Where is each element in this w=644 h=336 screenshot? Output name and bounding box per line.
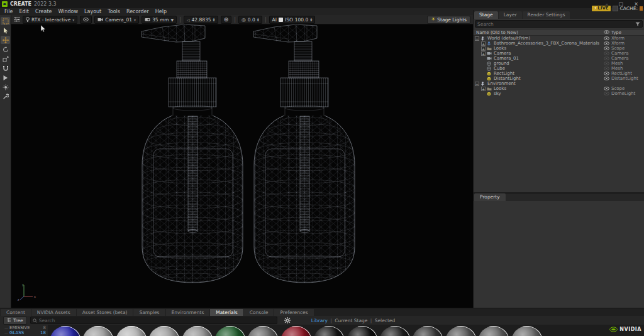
material-sphere[interactable]	[313, 326, 345, 336]
tab-nvidia-assets[interactable]: NVIDIA Assets	[31, 309, 76, 316]
settings-button[interactable]	[284, 317, 291, 323]
rotate-tool[interactable]	[1, 45, 10, 53]
material-sphere[interactable]	[478, 326, 509, 336]
move-tool[interactable]	[1, 36, 10, 44]
camera-selector[interactable]: Camera_01 ▾	[94, 16, 139, 24]
visibility-eye-icon[interactable]	[601, 36, 611, 40]
menu-create[interactable]: Create	[32, 9, 55, 14]
menu-file[interactable]: File	[1, 9, 16, 14]
material-sphere[interactable]	[247, 326, 279, 336]
ai-toggle-icon[interactable]	[279, 18, 283, 22]
visibility-eye-icon[interactable]	[601, 41, 611, 45]
stage-row[interactable]: −World (defaultPrim)Xform	[474, 36, 644, 41]
visibility-button[interactable]	[80, 16, 92, 24]
focus-picker-button[interactable]: ⊕	[221, 16, 232, 24]
renderer-selector[interactable]: RTX - Interactive ▾	[23, 16, 77, 24]
material-sphere[interactable]	[280, 326, 312, 336]
column-type[interactable]: Type	[611, 30, 644, 35]
visibility-eye-icon[interactable]	[601, 62, 611, 65]
tab-content[interactable]: Content	[1, 309, 31, 316]
stage-row[interactable]: +Bathroom_Accessories_3_FBX_Corona_Mater…	[474, 41, 644, 46]
snap-tool[interactable]	[1, 64, 10, 72]
tab-layer[interactable]: Layer	[499, 11, 522, 19]
expander-icon[interactable]: −	[475, 36, 479, 41]
cursor-tool[interactable]	[1, 26, 10, 35]
select-mode-tool[interactable]	[1, 17, 10, 25]
materials-search[interactable]	[30, 317, 277, 324]
tab-asset-stores-beta-[interactable]: Asset Stores (beta)	[77, 309, 133, 316]
stage-row[interactable]: CubeMesh	[474, 66, 644, 71]
tab-render-settings[interactable]: Render Settings	[523, 11, 570, 19]
stage-row[interactable]: +LooksScope	[474, 86, 644, 91]
category-emissive[interactable]: —EMISSIVE8	[0, 325, 48, 330]
play-button[interactable]	[1, 73, 10, 82]
tree-toggle-button[interactable]: Tree	[3, 317, 27, 325]
material-sphere[interactable]	[511, 326, 543, 336]
material-sphere[interactable]	[412, 326, 443, 336]
visibility-eye-icon[interactable]	[601, 57, 611, 60]
expander-icon[interactable]: −	[475, 82, 479, 86]
lens-selector[interactable]: 35 mm ▼	[142, 16, 177, 24]
stepper-icon[interactable]: ▲▼	[257, 18, 259, 21]
material-sphere[interactable]	[347, 326, 378, 336]
materials-search-input[interactable]	[39, 318, 275, 323]
stage-row[interactable]: +LooksScope	[474, 46, 644, 51]
expander-icon[interactable]: +	[481, 46, 486, 51]
tab-preferences[interactable]: Preferences	[274, 309, 313, 316]
tab-materials[interactable]: Materials	[210, 309, 243, 316]
menu-layout[interactable]: Layout	[81, 9, 104, 14]
tab-environments[interactable]: Environments	[166, 309, 210, 316]
stage-row[interactable]: −Environment	[474, 81, 644, 86]
stage-row[interactable]: RectLightRectLight	[474, 71, 644, 76]
stage-search-input[interactable]	[477, 21, 633, 27]
breadcrumb-library[interactable]: Library	[311, 318, 328, 323]
material-sphere[interactable]	[214, 326, 246, 336]
tab-stage[interactable]: Stage	[474, 11, 498, 19]
expander-icon[interactable]: +	[481, 41, 486, 46]
menu-window[interactable]: Window	[55, 9, 81, 14]
visibility-eye-icon[interactable]	[601, 67, 611, 70]
material-sphere[interactable]	[182, 326, 213, 336]
material-sphere[interactable]	[82, 326, 114, 336]
focal-length-field[interactable]: ◁ 42.8835 ▲▼	[184, 16, 218, 24]
visibility-eye-icon[interactable]	[601, 72, 611, 75]
iso-field[interactable]: AI ISO 100.0 ▲▼	[269, 16, 316, 24]
stage-lights-button[interactable]: ☀ Stage Lights	[427, 16, 470, 24]
viewport-canvas[interactable]: RTX - Interactive ▾ Camera_01 ▾ 35 mm ▼ …	[11, 15, 473, 308]
stage-search[interactable]	[475, 20, 643, 28]
visibility-eye-icon[interactable]	[601, 77, 611, 80]
tab-console[interactable]: Console	[244, 309, 274, 316]
category-glass[interactable]: —GLASS18	[0, 330, 48, 335]
menu-edit[interactable]: Edit	[16, 9, 32, 14]
tab-samples[interactable]: Samples	[133, 309, 165, 316]
aperture-field[interactable]: ◎ 0.0 ▲▼	[238, 16, 262, 24]
stage-row[interactable]: +CameraCamera	[474, 51, 644, 56]
visibility-eye-icon[interactable]	[601, 51, 611, 55]
live-badge[interactable]: ⚡LIVE	[592, 6, 610, 11]
menu-recorder[interactable]: Recorder	[123, 9, 152, 14]
material-sphere[interactable]	[379, 326, 411, 336]
expander-icon[interactable]: +	[481, 51, 486, 56]
cache-toggle-icon[interactable]	[613, 6, 618, 11]
material-sphere[interactable]	[445, 326, 477, 336]
column-name[interactable]: Name (Old to New)	[474, 30, 601, 35]
material-sphere[interactable]	[116, 326, 147, 336]
visibility-eye-icon[interactable]	[601, 46, 611, 50]
viewport-options-icon[interactable]	[14, 17, 20, 22]
filter-icon[interactable]	[635, 22, 640, 26]
visibility-eye-icon[interactable]	[601, 92, 611, 95]
visibility-eye-icon[interactable]	[601, 87, 611, 90]
breadcrumb-selected[interactable]: Selected	[375, 318, 396, 323]
stage-row[interactable]: DistantLightDistantLight	[474, 76, 644, 81]
material-sphere[interactable]	[50, 326, 81, 336]
material-sphere[interactable]	[148, 326, 180, 336]
stepper-icon[interactable]: ▲▼	[213, 18, 215, 21]
breadcrumb-current-stage[interactable]: Current Stage	[335, 318, 367, 323]
tab-property[interactable]: Property	[474, 193, 506, 201]
menu-tools[interactable]: Tools	[104, 9, 123, 14]
spotlight-tool[interactable]	[1, 83, 10, 91]
menu-help[interactable]: Help	[152, 9, 170, 14]
scale-tool[interactable]	[1, 55, 10, 63]
wrench-tool[interactable]	[1, 92, 10, 100]
stepper-icon[interactable]: ▲▼	[310, 18, 312, 21]
